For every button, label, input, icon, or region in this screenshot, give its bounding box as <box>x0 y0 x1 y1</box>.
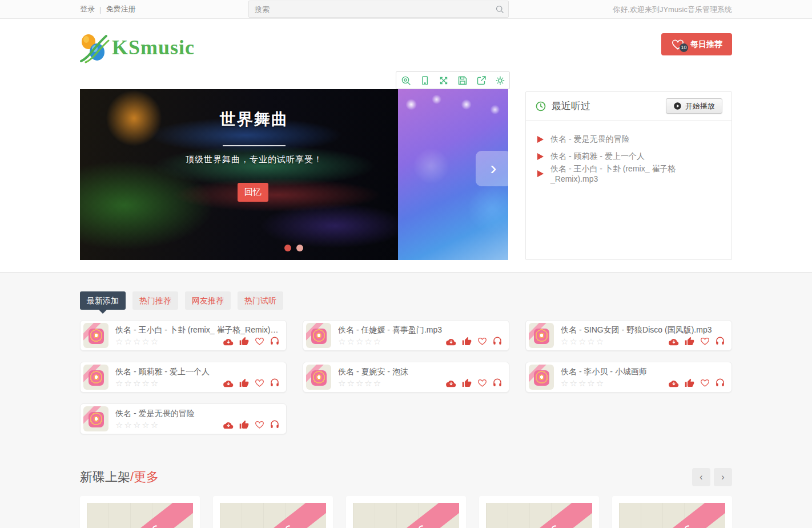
carousel-slide-main[interactable]: 世界舞曲 顶级世界舞曲，专业的试听享受！ 回忆 <box>80 89 398 260</box>
thumbs-up-icon[interactable] <box>685 337 694 346</box>
download-icon[interactable] <box>669 379 679 387</box>
thumbnail-app-icon <box>89 329 104 344</box>
recent-list: 佚名 - 爱是无畏的冒险 佚名 - 顾莉雅 - 爱上一个人 佚名 - 王小白 -… <box>526 121 731 199</box>
thumbs-up-icon[interactable] <box>239 420 249 430</box>
headphones-icon[interactable] <box>270 420 279 429</box>
search-input[interactable] <box>249 5 491 14</box>
slide-divider <box>223 145 286 146</box>
slide-cta-button[interactable]: 回忆 <box>238 183 268 202</box>
heart-icon[interactable] <box>255 337 264 346</box>
album-cover: KY-MUSIC <box>353 503 459 528</box>
tab-4[interactable]: 热门试听 <box>238 291 283 310</box>
carousel-next-button[interactable]: › <box>476 151 508 186</box>
albums-next-button[interactable]: › <box>714 468 732 486</box>
song-thumbnail[interactable] <box>306 323 331 348</box>
album-ribbon: KY-MUSIC <box>353 503 459 528</box>
recent-item-title: 佚名 - 顾莉雅 - 爱上一个人 <box>550 151 645 162</box>
daily-button-label: 每日推荐 <box>690 39 722 50</box>
carousel-slide-next[interactable]: › <box>398 89 508 260</box>
song-thumbnail[interactable] <box>83 365 108 390</box>
clock-icon <box>535 101 546 112</box>
share-icon[interactable] <box>472 72 491 89</box>
heart-icon[interactable] <box>700 337 710 346</box>
song-stars[interactable]: ☆☆☆☆☆ <box>561 378 605 388</box>
slide-caption: 世界舞曲 顶级世界舞曲，专业的试听享受！ <box>163 109 345 165</box>
thumbs-up-icon[interactable] <box>462 337 472 346</box>
heart-icon[interactable] <box>255 378 264 387</box>
headphones-icon[interactable] <box>493 337 502 346</box>
download-icon[interactable] <box>669 337 679 346</box>
start-play-button[interactable]: 开始播放 <box>666 98 722 114</box>
search-box <box>248 1 509 18</box>
song-stars[interactable]: ☆☆☆☆☆ <box>561 337 605 346</box>
thumbs-up-icon[interactable] <box>239 378 249 388</box>
download-icon[interactable] <box>223 379 234 387</box>
song-thumbnail[interactable] <box>529 323 554 348</box>
album-card[interactable]: KY-MUSIC <box>213 496 333 528</box>
headphones-icon[interactable] <box>493 378 502 387</box>
logo-text: KSmusic <box>112 35 195 59</box>
song-stars[interactable]: ☆☆☆☆☆ <box>338 337 382 346</box>
device-icon[interactable] <box>415 72 434 89</box>
albums-prev-button[interactable]: ‹ <box>692 468 710 486</box>
headphones-icon[interactable] <box>715 337 725 346</box>
thumbnail-app-icon <box>534 329 549 344</box>
album-card[interactable]: KY-MUSIC <box>479 496 599 528</box>
fullscreen-icon[interactable] <box>434 72 453 89</box>
download-icon[interactable] <box>446 379 456 387</box>
song-col-2: 佚名 - 任婕媛 - 喜事盈门.mp3 ☆☆☆☆☆ <box>303 320 509 445</box>
save-icon[interactable] <box>453 72 472 89</box>
download-icon[interactable] <box>223 421 234 429</box>
recent-item[interactable]: 佚名 - 顾莉雅 - 爱上一个人 <box>537 151 720 161</box>
song-stars[interactable]: ☆☆☆☆☆ <box>338 378 382 388</box>
heart-icon[interactable] <box>700 378 710 387</box>
download-icon[interactable] <box>446 337 456 346</box>
song-card: 佚名 - 爱是无畏的冒险 ☆☆☆☆☆ <box>80 403 287 434</box>
zoom-icon[interactable] <box>396 72 415 89</box>
song-thumbnail[interactable] <box>83 406 108 431</box>
album-cover: KY-MUSIC <box>87 503 193 528</box>
thumbs-up-icon[interactable] <box>685 378 694 388</box>
song-stars[interactable]: ☆☆☆☆☆ <box>115 420 159 430</box>
headphones-icon[interactable] <box>270 378 279 387</box>
carousel-dot-1[interactable] <box>284 245 291 251</box>
tab-1[interactable]: 最新添加 <box>80 291 126 310</box>
song-stars[interactable]: ☆☆☆☆☆ <box>115 337 159 346</box>
song-title[interactable]: 佚名 - 爱是无畏的冒险 <box>115 409 279 419</box>
song-title[interactable]: 佚名 - 任婕媛 - 喜事盈门.mp3 <box>338 325 502 335</box>
thumbs-up-icon[interactable] <box>239 337 249 346</box>
song-thumbnail[interactable] <box>306 365 331 390</box>
tab-3[interactable]: 网友推荐 <box>185 291 231 310</box>
gear-icon[interactable] <box>491 72 509 89</box>
album-cover: KY-MUSIC <box>619 503 725 528</box>
headphones-icon[interactable] <box>715 378 725 387</box>
daily-recommend-button[interactable]: 10 每日推荐 <box>661 33 732 55</box>
search-icon[interactable] <box>491 5 508 14</box>
song-title[interactable]: 佚名 - 顾莉雅 - 爱上一个人 <box>115 367 279 377</box>
download-icon[interactable] <box>223 337 234 346</box>
more-link[interactable]: /更多 <box>130 469 159 486</box>
recent-item[interactable]: 佚名 - 王小白 - 卜卦 (remix_ 崔子格_Remix).mp3 <box>537 169 720 178</box>
album-card[interactable]: KY-MUSIC <box>80 496 200 528</box>
thumbs-up-icon[interactable] <box>462 378 472 388</box>
recent-item[interactable]: 佚名 - 爱是无畏的冒险 <box>537 134 720 144</box>
song-title[interactable]: 佚名 - 王小白 - 卜卦 (remix_ 崔子格_Remix).mp3 <box>115 325 279 335</box>
headphones-icon[interactable] <box>270 337 279 346</box>
logo[interactable]: KSmusic <box>80 31 195 63</box>
song-title[interactable]: 佚名 - SING女团 - 野狼Disco (国风版).mp3 <box>561 325 725 335</box>
album-card[interactable]: KY-MUSIC <box>612 496 732 528</box>
register-link[interactable]: 免费注册 <box>106 4 135 14</box>
login-link[interactable]: 登录 <box>80 4 95 14</box>
song-thumbnail[interactable] <box>529 365 554 390</box>
heart-icon[interactable] <box>477 378 487 387</box>
album-card[interactable]: KY-MUSIC <box>346 496 466 528</box>
song-thumbnail[interactable] <box>83 323 108 348</box>
tab-2[interactable]: 热门推荐 <box>132 291 178 310</box>
song-stars[interactable]: ☆☆☆☆☆ <box>115 378 159 388</box>
heart-icon[interactable] <box>477 337 487 346</box>
album-ribbon-label: KY-MUSIC <box>380 522 428 528</box>
song-title[interactable]: 佚名 - 李小贝 - 小城画师 <box>561 367 725 377</box>
song-title[interactable]: 佚名 - 夏婉安 - 泡沫 <box>338 367 502 377</box>
carousel-dot-2[interactable] <box>296 245 303 251</box>
heart-icon[interactable] <box>255 420 264 429</box>
